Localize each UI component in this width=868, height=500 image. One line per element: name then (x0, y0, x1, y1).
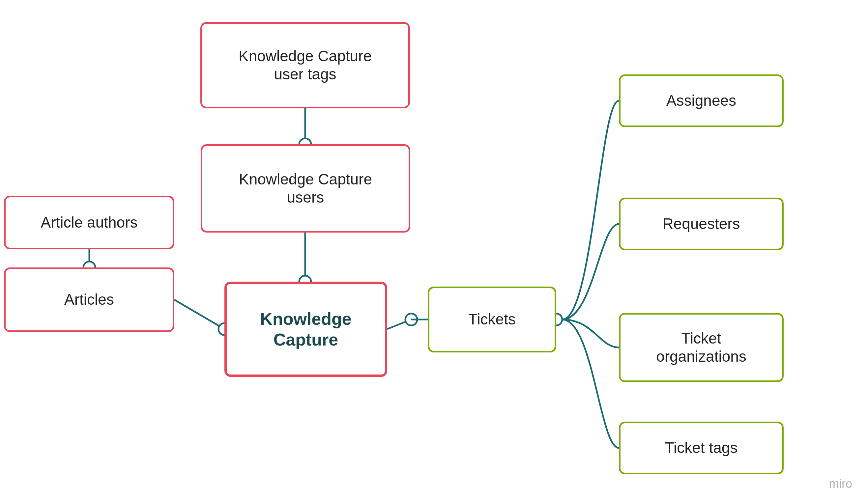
knowledge-capture-user-tags-node: Knowledge Capture user tags (200, 22, 410, 109)
tickets-node: Tickets (428, 286, 556, 352)
knowledge-capture-center-node: Knowledge Capture (224, 282, 387, 377)
articles-label: Articles (64, 291, 114, 309)
tickets-label: Tickets (468, 310, 516, 328)
ticket-organizations-node: Ticket organizations (619, 313, 784, 382)
assignees-node: Assignees (619, 75, 784, 127)
ticket-organizations-label: Ticket organizations (656, 329, 746, 366)
requesters-node: Requesters (619, 197, 784, 250)
knowledge-capture-users-node: Knowledge Capture users (201, 144, 410, 232)
svg-line-6 (174, 300, 224, 329)
svg-point-9 (405, 314, 417, 326)
article-authors-label: Article authors (41, 214, 137, 231)
svg-line-8 (387, 319, 411, 329)
articles-node: Articles (4, 268, 174, 332)
miro-watermark: miro (829, 477, 852, 491)
knowledge-capture-user-tags-label: Knowledge Capture user tags (239, 47, 372, 83)
requesters-label: Requesters (662, 215, 740, 233)
ticket-tags-label: Ticket tags (665, 439, 738, 457)
assignees-label: Assignees (666, 92, 736, 110)
article-authors-node: Article authors (4, 196, 174, 249)
knowledge-capture-label: Knowledge Capture (260, 309, 351, 350)
knowledge-capture-users-label: Knowledge Capture users (239, 170, 372, 206)
ticket-tags-node: Ticket tags (619, 422, 784, 474)
